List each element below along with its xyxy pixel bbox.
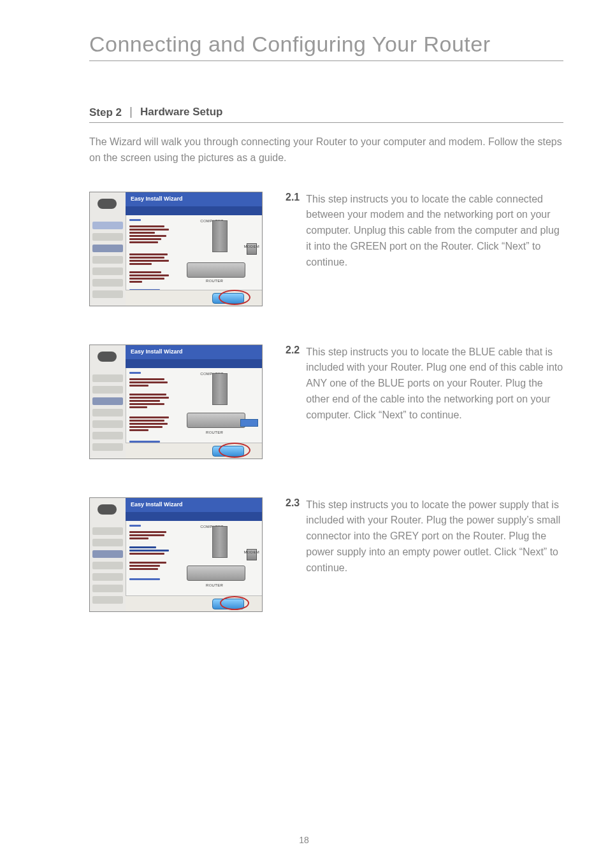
step-name: Hardware Setup bbox=[131, 106, 222, 118]
item-number: 2.3 bbox=[286, 497, 300, 576]
wizard-screenshot-1: Easy Install Wizard bbox=[89, 192, 263, 306]
item-number: 2.1 bbox=[286, 192, 300, 271]
step-item: Easy Install Wizard bbox=[89, 497, 563, 612]
page-title: Connecting and Configuring Your Router bbox=[89, 32, 563, 57]
highlight-port bbox=[240, 419, 258, 427]
wizard-title: Easy Install Wizard bbox=[126, 192, 262, 205]
step-label: Step 2 bbox=[89, 107, 131, 118]
wizard-screenshot-3: Easy Install Wizard bbox=[89, 497, 263, 612]
page-number: 18 bbox=[0, 835, 608, 845]
highlight-circle-icon bbox=[219, 290, 250, 305]
label-modem: MODEM bbox=[244, 245, 260, 248]
wizard-screenshot-2: Easy Install Wizard bbox=[89, 345, 263, 459]
label-modem: MODEM bbox=[244, 550, 260, 554]
title-rule bbox=[89, 60, 563, 61]
item-body: This step instructs you to locate the BL… bbox=[306, 345, 563, 423]
highlight-circle-icon bbox=[220, 596, 249, 610]
item-body: This step instructs you to locate the po… bbox=[306, 497, 563, 576]
label-router: ROUTER bbox=[206, 430, 223, 434]
step-item: Easy Install Wizard bbox=[89, 192, 563, 306]
label-router: ROUTER bbox=[206, 279, 223, 283]
step-item: Easy Install Wizard bbox=[89, 345, 563, 459]
item-body: This step instructs you to locate the ca… bbox=[306, 192, 563, 271]
label-router: ROUTER bbox=[206, 583, 223, 587]
wizard-title: Easy Install Wizard bbox=[126, 498, 262, 511]
item-number: 2.2 bbox=[286, 345, 300, 423]
step-rule bbox=[89, 122, 563, 123]
highlight-circle-icon bbox=[219, 443, 250, 458]
wizard-title: Easy Install Wizard bbox=[126, 345, 262, 358]
step-header: Step 2 Hardware Setup bbox=[89, 106, 563, 118]
intro-text: The Wizard will walk you through connect… bbox=[89, 134, 563, 166]
